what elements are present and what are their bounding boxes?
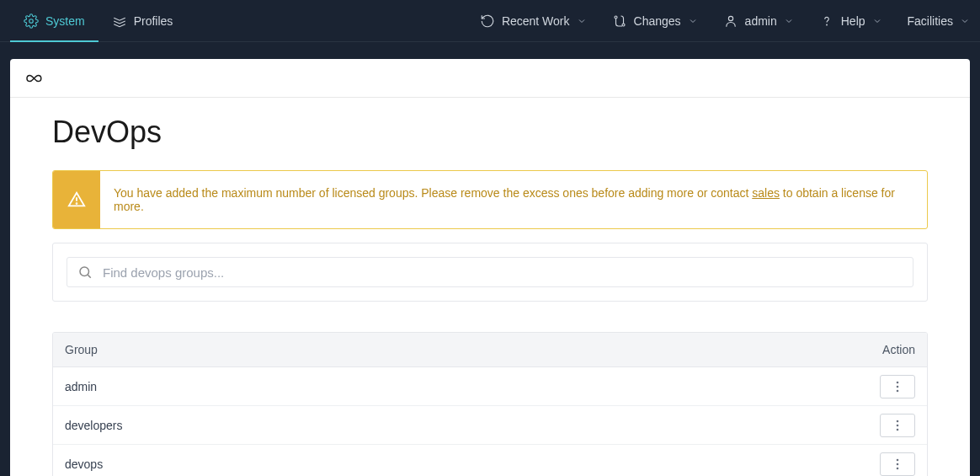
page-title: DevOps	[52, 115, 928, 150]
search-input-wrap	[67, 257, 913, 287]
svg-point-2	[622, 24, 625, 26]
user-label: admin	[745, 14, 777, 28]
search-icon	[77, 265, 93, 280]
svg-line-8	[88, 275, 90, 277]
nav-profiles-label: Profiles	[134, 14, 173, 28]
warning-icon	[67, 190, 86, 209]
nav-system-label: System	[45, 14, 85, 28]
panel-body: DevOps You have added the maximum number…	[10, 98, 970, 476]
sales-link[interactable]: sales	[752, 186, 780, 200]
chevron-down-icon	[960, 16, 970, 26]
svg-point-10	[897, 385, 899, 388]
svg-point-9	[897, 381, 899, 383]
svg-point-12	[897, 420, 899, 422]
main-panel: DevOps You have added the maximum number…	[10, 59, 970, 476]
warning-icon-box	[53, 171, 100, 228]
layers-icon	[112, 13, 127, 29]
warning-banner: You have added the maximum number of lic…	[52, 170, 928, 229]
row-action-button[interactable]	[880, 414, 915, 437]
svg-point-15	[897, 459, 899, 462]
row-group-name: devops	[65, 457, 865, 471]
user-menu[interactable]: admin	[723, 13, 794, 29]
svg-point-3	[728, 16, 732, 20]
search-block	[52, 243, 928, 302]
clock-icon	[480, 13, 495, 29]
svg-point-7	[80, 267, 89, 276]
table-row: devops	[53, 445, 927, 476]
topbar-left: System Profiles	[10, 0, 186, 42]
header-action: Action	[865, 343, 915, 356]
groups-table: Group Action admin developers	[52, 332, 928, 476]
table-row: admin	[53, 367, 927, 406]
svg-point-4	[826, 24, 827, 25]
warning-text-before: You have added the maximum number of lic…	[114, 186, 752, 200]
chevron-down-icon	[872, 16, 882, 26]
row-action-button[interactable]	[880, 375, 915, 398]
header-group: Group	[65, 343, 865, 356]
infinity-icon	[22, 72, 42, 84]
nav-system[interactable]: System	[10, 0, 99, 42]
svg-point-0	[29, 19, 34, 23]
table-header: Group Action	[53, 333, 927, 367]
chevron-down-icon	[688, 16, 698, 26]
facilities-menu[interactable]: Facilities	[908, 14, 970, 28]
svg-point-13	[897, 424, 899, 426]
svg-point-11	[897, 389, 899, 392]
table-row: developers	[53, 406, 927, 445]
row-group-name: admin	[65, 380, 865, 393]
chevron-down-icon	[784, 16, 794, 26]
gear-icon	[24, 13, 39, 29]
help-menu[interactable]: Help	[819, 13, 882, 29]
recent-work-label: Recent Work	[502, 14, 570, 28]
svg-point-16	[897, 463, 899, 466]
more-icon	[896, 420, 899, 431]
help-label: Help	[841, 14, 865, 28]
recent-work-menu[interactable]: Recent Work	[480, 13, 587, 29]
changes-menu[interactable]: Changes	[612, 13, 698, 29]
warning-text: You have added the maximum number of lic…	[100, 171, 927, 228]
branch-icon	[612, 13, 627, 29]
row-action-button[interactable]	[880, 452, 915, 476]
user-icon	[723, 13, 738, 29]
chevron-down-icon	[577, 16, 587, 26]
facilities-label: Facilities	[908, 14, 953, 28]
svg-point-1	[615, 16, 617, 19]
svg-point-14	[897, 428, 899, 431]
row-group-name: developers	[65, 419, 865, 432]
nav-profiles[interactable]: Profiles	[99, 0, 187, 42]
changes-label: Changes	[634, 14, 681, 28]
panel-header	[10, 59, 970, 98]
topbar-right: Recent Work Changes admin	[480, 13, 970, 29]
question-icon	[819, 13, 834, 29]
search-input[interactable]	[103, 265, 903, 280]
svg-point-17	[897, 468, 899, 470]
svg-point-6	[77, 203, 77, 204]
top-navigation: System Profiles Recent Work	[0, 0, 980, 42]
more-icon	[896, 381, 899, 393]
main-container: DevOps You have added the maximum number…	[0, 42, 980, 476]
more-icon	[896, 458, 899, 470]
